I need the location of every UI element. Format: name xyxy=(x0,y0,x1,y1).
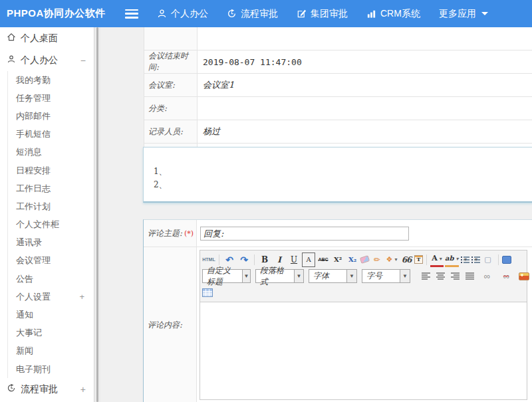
expand-icon[interactable]: + xyxy=(80,384,86,395)
sidebar-item-memorabilia[interactable]: 大事记 xyxy=(16,324,94,342)
sidebar-item-personal-file-cabinet[interactable]: 个人文件柜 xyxy=(16,216,94,234)
history-icon xyxy=(7,383,16,395)
eraser-icon[interactable] xyxy=(360,255,370,264)
superscript-icon[interactable]: X² xyxy=(331,252,344,267)
sidebar-item-my-attendance[interactable]: 我的考勤 xyxy=(16,71,94,89)
sidebar-item-personal-settings[interactable]: 个人设置 + xyxy=(16,288,94,306)
sidebar-item-short-message[interactable]: 短消息 xyxy=(16,144,94,161)
sidebar-item-schedule[interactable]: 日程安排 xyxy=(16,161,94,179)
row-value: 2019-08-07 11:47:00 xyxy=(203,57,302,67)
unordered-list-icon[interactable] xyxy=(471,256,480,263)
sidebar-item-personal-office[interactable]: 个人办公 − xyxy=(0,49,94,71)
expand-icon[interactable]: + xyxy=(79,292,84,302)
home-icon xyxy=(7,33,16,44)
link-icon[interactable]: ∞ xyxy=(480,269,493,284)
toolbar-separator[interactable] xyxy=(498,254,499,265)
nav-crm-system[interactable]: CRM系统 xyxy=(366,8,420,20)
table-row-spacer xyxy=(144,27,532,50)
topbar: PHPOA协同办公软件 个人办公 流程审批 集团审批 CRM系统 更多应用 xyxy=(0,0,532,27)
person-icon xyxy=(7,54,16,66)
font-color-icon[interactable]: A xyxy=(430,252,444,267)
sidebar-item-task-management[interactable]: 任务管理 xyxy=(16,89,94,107)
sidebar-item-announcement[interactable]: 公告 xyxy=(16,270,94,288)
table-row-meeting-room: 会议室: 会议室1 xyxy=(144,74,532,97)
align-right-icon[interactable] xyxy=(451,272,460,280)
sidebar-item-personal-desktop[interactable]: 个人桌面 xyxy=(0,27,94,49)
nav-more-apps[interactable]: 更多应用 xyxy=(439,8,488,20)
sidebar-item-work-log[interactable]: 工作日志 xyxy=(16,179,94,197)
sidebar-item-internal-mail[interactable]: 内部邮件 xyxy=(16,107,94,125)
sidebar-item-meeting-management[interactable]: 会议管理 xyxy=(16,252,94,270)
chevron-down-icon[interactable]: ▼ xyxy=(346,270,356,282)
edit-square-icon xyxy=(297,9,307,19)
align-center-icon[interactable] xyxy=(436,272,445,280)
format-brush-icon[interactable]: ✏ xyxy=(370,252,384,267)
align-justify-icon[interactable] xyxy=(466,272,474,280)
sidebar-item-notification[interactable]: 通知 xyxy=(16,306,94,324)
row-label: 会议结束时间: xyxy=(144,50,198,73)
fullscreen-icon[interactable] xyxy=(502,256,511,264)
chevron-down-icon[interactable]: ▼ xyxy=(294,270,303,282)
editor-content-area[interactable] xyxy=(200,302,527,399)
required-asterisk: (*) xyxy=(184,229,194,238)
scrollbar-thumb[interactable] xyxy=(96,27,98,402)
sidebar-scrollbar[interactable] xyxy=(94,27,100,402)
sidebar-item-e-journal[interactable]: 电子期刊 xyxy=(16,360,94,378)
nav-group-approval[interactable]: 集团审批 xyxy=(297,8,348,20)
rich-text-editor: HTML↶↷BIUAABCX²X₂✏❖66TAab▢ 自定义标题 ▼ 段落格式 … xyxy=(200,250,527,400)
note-line: 1、 xyxy=(154,165,532,178)
topbar-nav: 个人办公 流程审批 集团审批 CRM系统 更多应用 xyxy=(157,8,488,20)
comment-content-label: 评论内容: xyxy=(144,247,197,402)
table-row-recorder: 记录人员: 杨过 xyxy=(144,120,532,144)
blockquote-icon[interactable]: 66 xyxy=(400,252,413,267)
toolbar-row-3 xyxy=(201,284,525,301)
insert-table-icon[interactable] xyxy=(202,288,213,297)
toolbar-row-1: HTML↶↷BIUAABCX²X₂✏❖66TAab▢ xyxy=(201,251,525,268)
person-icon xyxy=(157,9,167,19)
paste-plain-text-icon[interactable]: T xyxy=(414,255,423,264)
nav-workflow-approval[interactable]: 流程审批 xyxy=(227,8,278,20)
sidebar-item-workflow-approval[interactable]: 流程审批 + xyxy=(0,378,94,400)
comment-subject-input[interactable] xyxy=(200,227,409,241)
chevron-down-icon[interactable]: ▼ xyxy=(400,270,410,282)
subscript-icon[interactable]: X₂ xyxy=(346,252,359,267)
unlink-icon[interactable]: ∞ xyxy=(499,269,513,284)
row-label xyxy=(144,27,198,50)
nav-personal-office[interactable]: 个人办公 xyxy=(157,8,208,20)
sidebar: 个人桌面 个人办公 − 我的考勤 任务管理 内部邮件 手机短信 短消息 日程安 xyxy=(0,27,94,402)
chevron-down-icon xyxy=(481,12,488,15)
align-left-icon[interactable] xyxy=(422,272,430,280)
highlight-color-icon[interactable]: ab xyxy=(445,252,459,267)
font-family-select[interactable]: 字体 ▼ xyxy=(309,269,357,283)
comment-form: 评论主题: (*) 评论内容: HTML↶↷BIUAABCX²X₂✏❖66TAa… xyxy=(143,219,532,402)
history-icon xyxy=(227,9,237,19)
font-size-select[interactable]: 字号 ▼ xyxy=(362,269,410,283)
collapse-icon[interactable]: − xyxy=(80,55,86,66)
color-palette-icon[interactable]: ❖ xyxy=(385,252,398,267)
comment-content-row: 评论内容: HTML↶↷BIUAABCX²X₂✏❖66TAab▢ 自定义标题 ▼ xyxy=(144,247,532,402)
toolbar-separator[interactable] xyxy=(219,254,219,265)
custom-heading-select[interactable]: 自定义标题 ▼ xyxy=(202,269,251,283)
note-line: 2、 xyxy=(154,178,532,191)
comment-subject-row: 评论主题: (*) xyxy=(144,220,532,247)
sidebar-item-work-plan[interactable]: 工作计划 xyxy=(16,197,94,215)
paragraph-format-select[interactable]: 段落格式 ▼ xyxy=(255,269,304,283)
chevron-down-icon[interactable]: ▼ xyxy=(242,270,250,282)
toolbar-separator[interactable] xyxy=(254,254,255,265)
sidebar-submenu: 我的考勤 任务管理 内部邮件 手机短信 短消息 日程安排 工作日志 xyxy=(7,71,94,378)
table-row-meeting-end-time: 会议结束时间: 2019-08-07 11:47:00 xyxy=(144,50,532,74)
comment-subject-label: 评论主题: (*) xyxy=(144,220,197,247)
editor-toolbar: HTML↶↷BIUAABCX²X₂✏❖66TAab▢ 自定义标题 ▼ 段落格式 … xyxy=(200,251,527,302)
toolbar-row-2: 自定义标题 ▼ 段落格式 ▼ 字体 ▼ 字号 xyxy=(201,268,525,284)
sidebar-item-contacts[interactable]: 通讯录 xyxy=(16,234,94,252)
new-page-icon[interactable]: ▢ xyxy=(481,252,495,267)
hamburger-menu-icon[interactable] xyxy=(125,9,138,19)
sidebar-item-phone-sms[interactable]: 手机短信 xyxy=(16,126,94,144)
toolbar-separator[interactable] xyxy=(426,254,427,265)
char-border-icon[interactable]: A xyxy=(302,252,315,267)
sidebar-item-news[interactable]: 新闻 xyxy=(16,342,94,360)
ordered-list-icon[interactable] xyxy=(460,256,469,263)
insert-image-icon[interactable] xyxy=(519,272,529,280)
strikethrough-icon[interactable]: ABC xyxy=(317,252,330,267)
meeting-notes-box: 1、2、 xyxy=(143,147,532,203)
